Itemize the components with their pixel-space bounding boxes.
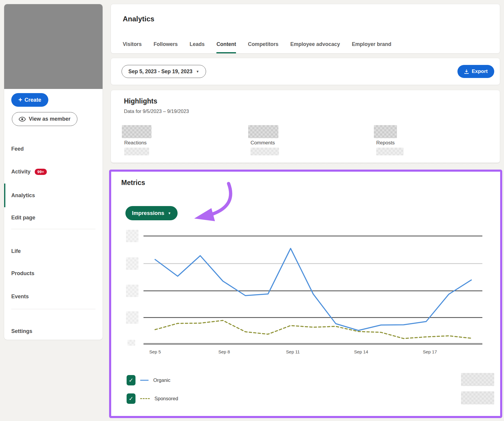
eye-icon (19, 117, 26, 122)
sidebar-item-events[interactable]: Events (4, 291, 103, 302)
create-button-label: Create (25, 97, 41, 103)
sidebar-item-label: Life (11, 248, 21, 254)
x-tick-label: Sep 8 (211, 349, 237, 354)
page-title: Analytics (123, 15, 154, 23)
metric-label: Comments (251, 140, 279, 146)
plus-icon: + (18, 97, 22, 103)
legend-swatch-dashed (140, 398, 150, 399)
legend-value-blurred (461, 373, 494, 386)
notification-badge: 99+ (35, 169, 47, 175)
series-line-organic (155, 248, 471, 331)
legend-value-blurred (461, 391, 494, 404)
legend-checkbox-organic[interactable]: ✓ (127, 375, 135, 385)
legend-label: Organic (153, 377, 170, 383)
highlights-title: Highlights (124, 97, 157, 105)
highlight-metric-reposts: Reposts (376, 125, 403, 155)
date-range-picker[interactable]: Sep 5, 2023 - Sep 19, 2023 ▼ (122, 65, 206, 78)
view-as-member-label: View as member (29, 116, 71, 122)
metrics-card-highlighted: Metrics Impressions ▼ Sep 5Sep 8Sep 11Se… (109, 170, 502, 418)
sidebar-item-life[interactable]: Life (4, 246, 103, 256)
sidebar-item-analytics[interactable]: Analytics (4, 190, 103, 200)
sidebar-item-activity[interactable]: Activity99+ (4, 167, 103, 177)
tab-content[interactable]: Content (216, 41, 236, 53)
legend-swatch-solid (140, 380, 149, 381)
sidebar-item-edit-page[interactable]: Edit page (4, 213, 103, 223)
legend-label: Sponsored (154, 396, 178, 401)
sidebar-item-label: Feed (11, 146, 24, 152)
date-range-label: Sep 5, 2023 - Sep 19, 2023 (128, 68, 192, 75)
legend-checkbox-sponsored[interactable]: ✓ (127, 393, 135, 404)
impressions-line-chart (111, 212, 502, 360)
view-as-member-button[interactable]: View as member (12, 112, 77, 126)
sidebar: + Create View as member FeedActivity99+A… (4, 4, 103, 340)
highlight-metric-reactions: Reactions (124, 125, 151, 155)
highlight-metric-comments: Comments (251, 125, 279, 155)
sidebar-item-label: Analytics (11, 192, 35, 199)
metric-label: Reactions (124, 140, 151, 146)
metric-value-blurred (248, 125, 278, 138)
x-tick-label: Sep 11 (280, 349, 306, 354)
tab-visitors[interactable]: Visitors (123, 41, 142, 53)
metrics-title: Metrics (121, 179, 145, 187)
tab-employee-advocacy[interactable]: Employee advocacy (290, 41, 340, 53)
tab-followers[interactable]: Followers (154, 41, 178, 53)
x-tick-label: Sep 14 (348, 349, 374, 354)
highlights-subtitle: Data for 9/5/2023 – 9/19/2023 (124, 109, 189, 114)
legend-row-sponsored: ✓Sponsored (127, 393, 178, 404)
linkedin-analytics-page: { "app": { "background": "#f3f2ef", "acc… (0, 0, 504, 421)
tab-competitors[interactable]: Competitors (248, 41, 278, 53)
analytics-header-card: Analytics VisitorsFollowersLeadsContentC… (111, 4, 500, 53)
metric-change-blurred (251, 148, 279, 155)
metric-value-blurred (374, 125, 397, 138)
download-icon (464, 69, 469, 74)
tab-employer-brand[interactable]: Employer brand (352, 41, 391, 53)
highlights-card: Highlights Data for 9/5/2023 – 9/19/2023… (111, 90, 500, 163)
sidebar-item-label: Products (11, 270, 34, 277)
sidebar-item-label: Settings (11, 328, 32, 334)
metric-label: Reposts (376, 140, 403, 146)
export-button[interactable]: Export (457, 65, 494, 78)
x-tick-label: Sep 5 (142, 349, 168, 354)
legend-row-organic: ✓Organic (127, 374, 170, 386)
sidebar-item-label: Activity (11, 169, 31, 175)
sidebar-item-products[interactable]: Products (4, 268, 103, 278)
sidebar-divider (11, 309, 95, 309)
metric-change-blurred (124, 148, 149, 155)
chevron-down-icon: ▼ (196, 70, 199, 73)
sidebar-item-feed[interactable]: Feed (4, 144, 103, 154)
toolbar-card: Sep 5, 2023 - Sep 19, 2023 ▼ Export (111, 58, 500, 85)
metric-change-blurred (376, 148, 403, 155)
create-button[interactable]: + Create (11, 93, 48, 107)
export-button-label: Export (472, 68, 488, 74)
x-tick-label: Sep 17 (417, 349, 443, 354)
sidebar-item-settings[interactable]: Settings (4, 326, 103, 336)
sidebar-divider (11, 229, 95, 229)
analytics-tabs: VisitorsFollowersLeadsContentCompetitors… (123, 41, 391, 53)
page-logo-blurred (4, 4, 103, 89)
sidebar-item-label: Events (11, 294, 29, 300)
series-line-sponsored (155, 320, 471, 339)
sidebar-item-label: Edit page (11, 215, 35, 221)
metric-value-blurred (122, 125, 151, 138)
tab-leads[interactable]: Leads (190, 41, 205, 53)
